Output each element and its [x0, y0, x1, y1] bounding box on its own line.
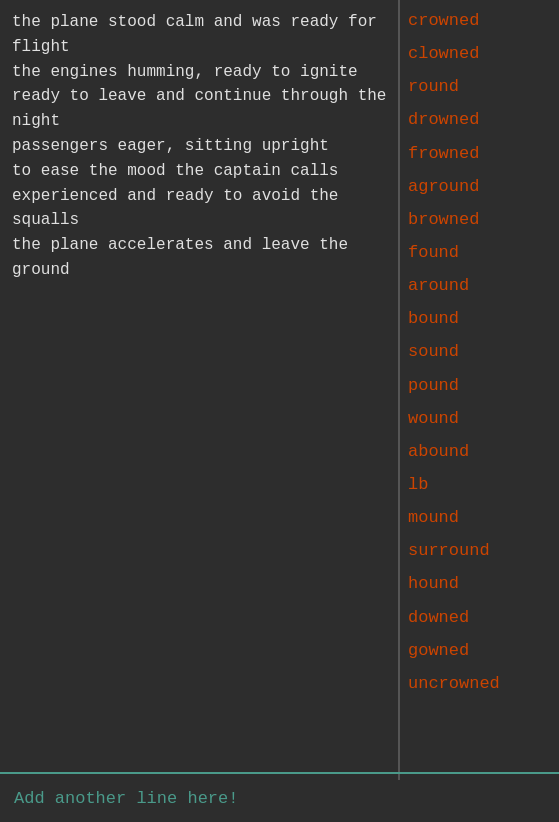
rhyme-word[interactable]: gowned: [408, 634, 551, 667]
left-panel: the plane stood calm and was ready for f…: [0, 0, 400, 780]
rhyme-word[interactable]: drowned: [408, 103, 551, 136]
rhyme-word[interactable]: round: [408, 70, 551, 103]
poem-line: experienced and ready to avoid the squal…: [12, 184, 388, 234]
rhyme-word[interactable]: hound: [408, 567, 551, 600]
rhyme-word[interactable]: crowned: [408, 4, 551, 37]
rhyme-word[interactable]: aground: [408, 170, 551, 203]
rhyme-word[interactable]: sound: [408, 335, 551, 368]
rhyme-word[interactable]: uncrowned: [408, 667, 551, 700]
main-container: the plane stood calm and was ready for f…: [0, 0, 559, 780]
poem-line: to ease the mood the captain calls: [12, 159, 388, 184]
rhyme-word[interactable]: browned: [408, 203, 551, 236]
poem-line: passengers eager, sitting upright: [12, 134, 388, 159]
rhyme-word[interactable]: abound: [408, 435, 551, 468]
rhyme-word[interactable]: around: [408, 269, 551, 302]
panel-divider: [398, 0, 400, 780]
rhyme-word[interactable]: bound: [408, 302, 551, 335]
rhyme-word[interactable]: surround: [408, 534, 551, 567]
poem-line: the plane stood calm and was ready for f…: [12, 10, 388, 60]
bottom-bar: [0, 772, 559, 822]
rhyme-word[interactable]: wound: [408, 402, 551, 435]
poem-text: the plane stood calm and was ready for f…: [12, 10, 388, 283]
rhyme-word[interactable]: found: [408, 236, 551, 269]
poem-line: the engines humming, ready to ignite: [12, 60, 388, 85]
rhyme-word[interactable]: lb: [408, 468, 551, 501]
add-line-input[interactable]: [14, 789, 545, 808]
right-panel[interactable]: crownedclownedrounddrownedfrownedaground…: [400, 0, 559, 760]
rhyme-word[interactable]: clowned: [408, 37, 551, 70]
poem-line: ready to leave and continue through the …: [12, 84, 388, 134]
rhyme-word[interactable]: pound: [408, 369, 551, 402]
rhyme-word[interactable]: mound: [408, 501, 551, 534]
rhyme-word[interactable]: frowned: [408, 137, 551, 170]
poem-line: the plane accelerates and leave the grou…: [12, 233, 388, 283]
rhyme-word[interactable]: downed: [408, 601, 551, 634]
